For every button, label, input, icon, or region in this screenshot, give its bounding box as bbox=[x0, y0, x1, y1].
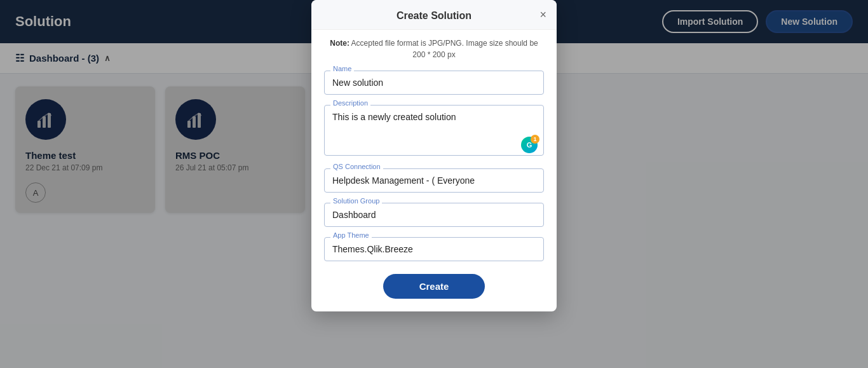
note-label: Note: bbox=[330, 39, 349, 48]
create-solution-modal: Create Solution × Note: Accepted file fo… bbox=[311, 0, 557, 311]
app-theme-label: App Theme bbox=[330, 231, 372, 239]
solution-group-label: Solution Group bbox=[330, 197, 382, 205]
qs-connection-field-wrap: QS Connection bbox=[324, 168, 544, 193]
solution-group-input[interactable] bbox=[324, 203, 544, 227]
modal-body: Note: Accepted file format is JPG/PNG. I… bbox=[311, 30, 557, 311]
note-text: Note: Accepted file format is JPG/PNG. I… bbox=[324, 37, 544, 60]
description-label: Description bbox=[330, 99, 370, 107]
app-theme-field-wrap: App Theme bbox=[324, 237, 544, 261]
name-field-wrap: Name bbox=[324, 71, 544, 95]
app-theme-input[interactable] bbox=[324, 237, 544, 261]
qs-connection-input[interactable] bbox=[324, 168, 544, 193]
grammarly-badge-count: 1 bbox=[531, 135, 539, 144]
grammarly-badge: G 1 bbox=[521, 137, 538, 153]
modal-overlay: Create Solution × Note: Accepted file fo… bbox=[0, 0, 868, 368]
note-content: Accepted file format is JPG/PNG. Image s… bbox=[351, 39, 538, 59]
create-button[interactable]: Create bbox=[383, 274, 485, 299]
name-label: Name bbox=[330, 65, 354, 72]
qs-connection-label: QS Connection bbox=[330, 163, 383, 170]
modal-header: Create Solution × bbox=[311, 0, 557, 30]
solution-group-field-wrap: Solution Group bbox=[324, 203, 544, 227]
description-field-wrap: Description This is a newly created solu… bbox=[324, 105, 544, 158]
name-input[interactable] bbox=[324, 71, 544, 95]
modal-title: Create Solution bbox=[397, 10, 471, 22]
modal-close-button[interactable]: × bbox=[539, 9, 546, 20]
description-input[interactable]: This is a newly created solution bbox=[324, 105, 544, 156]
